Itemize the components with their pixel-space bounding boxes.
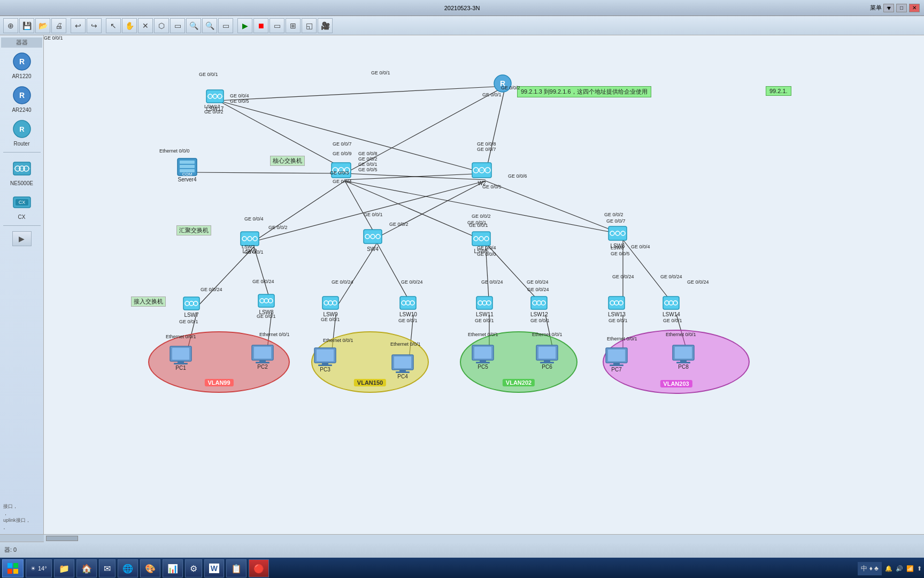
sidebar-item-ne5000e[interactable]: NE5000E xyxy=(3,156,41,188)
node-PC2[interactable]: PC2 xyxy=(251,345,274,370)
svg-rect-67 xyxy=(241,232,259,246)
node-LSW17[interactable]: LSW17 xyxy=(205,87,225,112)
tb-window[interactable]: ◱ xyxy=(302,18,317,33)
node-LSW6[interactable]: LSW6 xyxy=(608,224,627,249)
sidebar-item-ar2240[interactable]: R AR2240 xyxy=(3,82,41,115)
core-switch-label: 核心交换机 xyxy=(270,156,305,166)
node-PC1[interactable]: PC1 xyxy=(170,346,192,371)
horizontal-scrollbar[interactable] xyxy=(44,535,924,542)
tb-rect[interactable]: ▭ xyxy=(170,18,185,33)
tb-zoom-out[interactable]: 🔍 xyxy=(202,18,217,33)
tb-stop[interactable]: ⏹ xyxy=(253,18,268,33)
port-ge001-lsw6t: GE 0/0/1 xyxy=(467,220,487,225)
taskbar-mail[interactable]: ✉ xyxy=(99,559,116,577)
sidebar-expand-button[interactable]: ▶ xyxy=(12,231,32,246)
node-LSW12[interactable]: LSW12 xyxy=(530,294,548,317)
node-LSW13[interactable]: LSW13 xyxy=(608,294,626,317)
tb-new[interactable]: ⊕ xyxy=(3,18,18,33)
tb-print[interactable]: 🖨 xyxy=(51,18,66,33)
taskbar-explorer[interactable]: 📁 xyxy=(54,559,74,577)
tb-delete[interactable]: ✕ xyxy=(138,18,153,33)
svg-rect-75 xyxy=(472,232,490,246)
node-LSW11[interactable]: LSW11 xyxy=(476,294,494,317)
tb-redo[interactable]: ↪ xyxy=(87,18,102,33)
tb-save[interactable]: 💾 xyxy=(19,18,34,33)
tb-select[interactable]: ↖ xyxy=(106,18,121,33)
node-LSW7[interactable]: LSW7 xyxy=(183,295,200,318)
taskbar-ppt[interactable]: 📊 xyxy=(163,559,183,577)
tb-grid[interactable]: ⊞ xyxy=(286,18,301,33)
node-LSW4[interactable]: SW4 xyxy=(363,227,382,252)
node-PC8[interactable]: PC8 xyxy=(672,345,695,370)
port-ge007-top: GE 0/0/1 xyxy=(44,35,63,41)
taskbar-home[interactable]: 🏠 xyxy=(76,559,97,577)
node-LSW2[interactable]: LSW2 xyxy=(240,229,259,254)
node-PC5[interactable]: PC5 xyxy=(472,345,494,370)
tb-play[interactable]: ▶ xyxy=(237,18,252,33)
svg-rect-144 xyxy=(675,347,692,359)
node-LSW7-label: LSW7 xyxy=(184,312,198,318)
tb-connect[interactable]: ⬡ xyxy=(154,18,169,33)
port-ge001-lsw14b: GE 0/0/1 xyxy=(663,318,682,323)
port-ge007-core1: GE 0/0/7 xyxy=(333,141,352,147)
maximize-button[interactable]: □ xyxy=(896,4,907,12)
scrollbar-thumb[interactable] xyxy=(46,536,78,541)
tb-undo[interactable]: ↩ xyxy=(71,18,86,33)
window-title: 20210523-3N xyxy=(444,5,480,11)
taskbar-upload-icon: ⬆ xyxy=(917,565,922,572)
node-R1[interactable]: R xyxy=(493,74,512,93)
taskbar-weather[interactable]: ☀ 14° xyxy=(26,559,52,577)
menu-item-arrow[interactable]: ▼ xyxy=(886,5,892,11)
node-PC7[interactable]: PC7 xyxy=(605,347,628,372)
port-lsw17-ge004: GE 0/0/4 xyxy=(230,93,249,98)
node-LSW9[interactable]: LSW9 xyxy=(322,294,339,317)
menu-item-1[interactable]: 菜单 xyxy=(867,4,885,12)
mail-icon: ✉ xyxy=(104,564,111,574)
vlan202-label: VLAN202 xyxy=(503,379,535,386)
port-ge005-lsw6: GE 0/0/5 xyxy=(611,251,630,256)
port-ge009-core1: GE 0/0/9 xyxy=(333,151,352,156)
sidebar-item-router[interactable]: R Router xyxy=(3,116,41,149)
node-server4[interactable]: COM Server4 xyxy=(176,157,198,182)
taskbar-app2[interactable]: 🔴 xyxy=(249,559,269,577)
start-button[interactable] xyxy=(2,559,24,577)
node-LSW5[interactable]: LSW5 xyxy=(472,229,491,254)
sidebar-item-cx[interactable]: CX CX xyxy=(3,189,41,222)
svg-rect-116 xyxy=(172,348,189,360)
svg-rect-99 xyxy=(476,296,492,309)
sidebar-item-label-ne5000e: NE5000E xyxy=(10,180,33,186)
taskbar-ime[interactable]: 中 ♦ ♣ xyxy=(858,562,882,575)
taskbar-word[interactable]: W xyxy=(204,559,224,577)
taskbar-settings[interactable]: ⚙ xyxy=(185,559,202,577)
tb-pause[interactable]: ▭ xyxy=(270,18,284,33)
tb-hand[interactable]: ✋ xyxy=(122,18,137,33)
svg-rect-150 xyxy=(13,569,18,574)
tb-camera[interactable]: 🎥 xyxy=(318,18,333,33)
node-LSW10[interactable]: LSW10 xyxy=(399,294,417,317)
scrollbar-container[interactable] xyxy=(0,534,924,542)
taskbar-paint[interactable]: 🎨 xyxy=(140,559,160,577)
taskbar-browser[interactable]: 🌐 xyxy=(118,559,138,577)
port-ge001-lsw5: GE 0/0/1 xyxy=(469,223,488,228)
svg-rect-140 xyxy=(608,349,625,361)
tb-zoom-in[interactable]: 🔍 xyxy=(186,18,201,33)
node-PC3[interactable]: PC3 xyxy=(314,347,336,372)
tb-open[interactable]: 📂 xyxy=(35,18,50,33)
port-ge001-lsw4t: GE 0/0/1 xyxy=(364,212,383,217)
svg-rect-141 xyxy=(613,363,620,364)
close-button[interactable]: ✕ xyxy=(909,4,920,12)
network-canvas[interactable]: VLAN99 VLAN150 VLAN202 VLAN203 99.2.1.3 … xyxy=(44,35,924,534)
node-PC4[interactable]: PC4 xyxy=(391,354,414,379)
taskbar-app1[interactable]: 📋 xyxy=(226,559,247,577)
node-LSW8[interactable]: LSW8 xyxy=(258,292,275,315)
svg-line-28 xyxy=(197,247,254,307)
taskbar: ☀ 14° 📁 🏠 ✉ 🌐 🎨 📊 ⚙ W 📋 🔴 中 ♦ ♣ 🔔 🔊 📶 ⬆ xyxy=(0,558,924,578)
node-core-sw1[interactable] xyxy=(331,160,351,180)
sidebar-item-ar1220[interactable]: R AR1220 xyxy=(3,49,41,81)
port-ge024-right1: GE 0/0/24 xyxy=(527,287,549,292)
tb-fit[interactable]: ▭ xyxy=(218,18,233,33)
node-core-sw2[interactable]: W2 xyxy=(472,160,492,186)
node-LSW14[interactable]: LSW14 xyxy=(663,294,680,317)
node-PC6[interactable]: PC6 xyxy=(536,345,558,370)
svg-text:CX: CX xyxy=(18,200,25,205)
